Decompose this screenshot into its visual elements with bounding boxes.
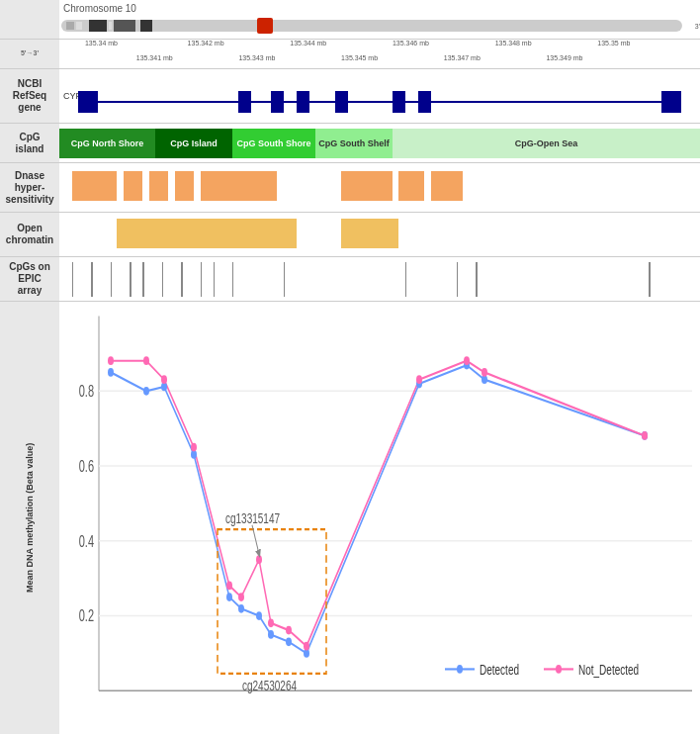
label-column: 5'→3' NCBI RefSeq gene CpG island Dnase … [0,0,59,734]
epic-line-2 [91,262,93,297]
epic-line-13 [457,262,459,297]
svg-rect-2 [114,20,135,32]
chr-ideogram-svg [59,18,693,34]
svg-text:0.6: 0.6 [79,458,95,475]
svg-text:0.4: 0.4 [79,533,95,550]
nd-dot-9 [286,626,292,635]
cpg-track: CpG North Shore CpG Island CpG South Sho… [59,124,700,163]
detected-line [111,365,645,653]
not-detected-line [111,361,645,646]
cpg-open-sea: CpG-Open Sea [393,129,700,158]
nd-dot-13 [481,368,487,377]
chr-3prime: 3' [695,23,700,30]
det-dot-7 [256,611,262,620]
epic-line-1 [72,262,74,297]
chromosome-title: Chromosome 10 [63,3,136,14]
cg13315147-label: cg13315147 [225,511,280,527]
tick-6: 135.35 mb [597,40,630,46]
open-chromatin-track [59,213,700,257]
btick-3: 135.345 mb [341,54,378,61]
svg-rect-6 [76,22,82,30]
svg-text:0.2: 0.2 [79,607,94,624]
nd-dot-10 [304,642,309,651]
gene-label: NCBI RefSeq gene [0,69,59,124]
tick-2: 135.342 mb [188,40,224,46]
top-scale: 135.34 mb 135.342 mb 135.344 mb 135.346 … [59,40,700,54]
legend-nd-label: Not_Detected [578,662,639,678]
epic-line-8 [201,262,203,297]
btick-1: 135.341 mb [136,54,173,61]
epic-track-inner [59,257,700,301]
gene-exon-5 [335,91,348,113]
epic-line-14 [476,262,478,297]
bottom-scale: 135.341 mb 135.343 mb 135.345 mb 135.347… [59,54,700,69]
nd-dot-14 [642,431,648,440]
gene-track: CYP2E1 [59,69,700,124]
open-block-1 [117,219,296,248]
dnase-track [59,163,700,213]
nd-dot-7 [256,555,262,564]
gene-exon-6 [393,91,405,113]
dnase-block-2 [124,171,142,201]
cpg-north-shore: CpG North Shore [59,129,155,158]
btick-4: 135.347 mb [444,54,481,61]
svg-rect-4 [257,18,273,34]
scale-label: 5'→3' [0,40,59,69]
svg-rect-0 [61,20,682,32]
tick-4: 135.346 mb [393,40,429,46]
gene-exon-1 [78,91,97,113]
btick-5: 135.349 mb [546,54,582,61]
det-dot-6 [238,604,244,613]
svg-rect-3 [140,20,152,32]
main-container: 5'→3' NCBI RefSeq gene CpG island Dnase … [0,0,700,734]
dnase-block-3 [149,171,168,201]
nd-dot-11 [416,375,422,384]
epic-line-10 [232,262,234,297]
det-dot-8 [268,630,274,639]
btick-2: 135.343 mb [238,54,275,61]
chr-label [0,0,59,40]
dnase-block-8 [431,171,463,201]
nd-dot-1 [108,356,114,365]
epic-line-5 [142,262,144,297]
chromosome-track: Chromosome 10 3' [59,0,700,40]
cpg-south-shore: CpG South Shore [232,129,315,158]
tick-5: 135.348 mb [495,40,532,46]
dnase-block-1 [72,171,117,201]
epic-array-track [59,257,700,302]
svg-text:0.8: 0.8 [79,383,95,400]
gene-exon-8 [661,91,680,113]
nd-dot-12 [464,356,470,365]
gene-exon-3 [271,91,284,113]
legend-nd-dot [556,665,562,674]
epic-line-9 [214,262,216,297]
chromosome-ideogram: 3' [59,18,700,34]
tick-3: 135.344 mb [290,40,326,46]
legend-detected-label: Detected [480,662,519,678]
gene-track-inner: CYP2E1 [59,69,700,123]
dnase-block-7 [398,171,424,201]
epic-line-7 [181,262,183,297]
epic-line-4 [130,262,131,297]
det-dot-9 [286,637,292,646]
nd-dot-8 [268,618,274,627]
det-dot-2 [143,387,149,396]
nd-dot-5 [226,582,232,591]
nd-dot-6 [238,593,244,601]
dnase-track-inner [59,163,700,212]
cpg-island: CpG Island [155,129,232,158]
epic-line-12 [405,262,407,297]
svg-rect-1 [89,20,107,32]
svg-rect-5 [66,22,74,30]
cpg-label: CpG island [0,124,59,163]
epic-line-11 [284,262,286,297]
legend-detected-dot [457,665,463,674]
cpg-track-inner: CpG North Shore CpG Island CpG South Sho… [59,124,700,162]
nd-dot-3 [161,375,167,384]
nd-dot-2 [143,356,149,365]
det-dot-5 [226,593,232,601]
gene-line [78,101,680,103]
dnase-block-5 [201,171,278,201]
epic-line-6 [162,262,164,297]
chart-y-label: Mean DNA methylation (Beta value) [0,302,59,734]
